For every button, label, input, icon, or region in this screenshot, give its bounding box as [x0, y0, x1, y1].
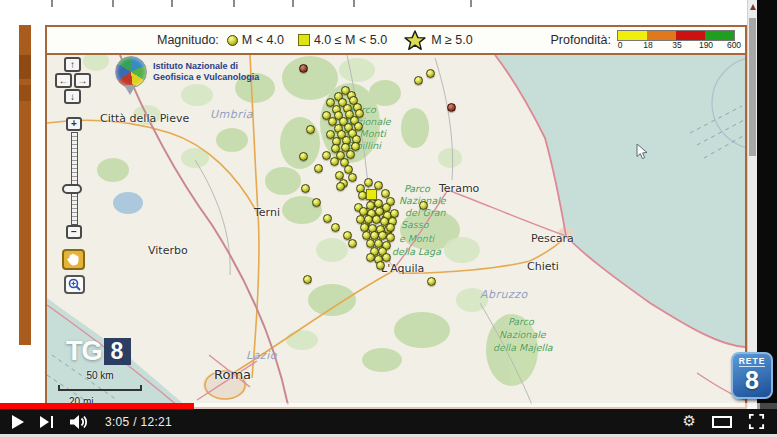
tab-tick — [470, 0, 472, 7]
ingv-name-line1: Istituto Nazionale di — [153, 61, 259, 72]
gear-icon: ⚙ — [683, 414, 696, 429]
earthquake-marker-small[interactable] — [322, 151, 331, 160]
browser-scrollbar[interactable] — [747, 0, 757, 409]
earthquake-marker-small[interactable] — [343, 231, 352, 240]
fullscreen-button[interactable] — [748, 413, 765, 430]
ingv-globe-stand — [124, 85, 136, 95]
depth-scale-segment — [705, 31, 734, 40]
hand-icon — [67, 253, 80, 266]
earthquake-marker-small[interactable] — [303, 275, 312, 284]
pan-down-button[interactable]: ↓ — [64, 89, 81, 104]
depth-scale-tick: 0 — [618, 40, 623, 50]
settings-button[interactable]: ⚙ — [683, 414, 696, 429]
earthquake-marker-small[interactable] — [427, 277, 436, 286]
sidebar-accent-bar — [19, 25, 31, 345]
tg8-text: TG — [66, 336, 102, 367]
pan-up-icon: ↑ — [70, 60, 75, 70]
tab-tick — [112, 0, 114, 7]
depth-label: Profondità: — [551, 33, 611, 47]
map-label: Roma — [214, 367, 251, 382]
map-label: Chieti — [527, 260, 559, 273]
earthquake-marker-small[interactable] — [331, 223, 340, 232]
volume-button[interactable] — [69, 414, 89, 430]
rete8-logo: RETE 8 — [731, 352, 773, 399]
depth-scale-segment — [676, 31, 705, 40]
zoom-out-button[interactable]: − — [66, 225, 82, 239]
play-button[interactable] — [12, 415, 24, 429]
earthquake-marker-small[interactable] — [348, 239, 357, 248]
tab-tick — [171, 0, 173, 7]
ingv-name: Istituto Nazionale di Geofisica e Vulcan… — [153, 61, 259, 83]
earthquake-marker-deep[interactable] — [447, 103, 456, 112]
pan-tool-button[interactable] — [62, 249, 85, 270]
map-label: della Majella — [493, 342, 553, 353]
map-area[interactable]: Città della PieveUmbriaTerniViterboLazio… — [47, 55, 745, 405]
pan-up-button[interactable]: ↑ — [64, 57, 81, 72]
zoom-in-button[interactable]: + — [66, 117, 82, 131]
pan-left-button[interactable]: ← — [55, 73, 72, 88]
earthquake-marker-small[interactable] — [414, 76, 423, 85]
theater-icon — [712, 416, 732, 428]
zoom-slider-handle[interactable] — [62, 184, 82, 194]
time-display: 3:05 / 12:21 — [105, 415, 172, 429]
earthquake-marker-small[interactable] — [346, 150, 355, 159]
earthquake-marker-small[interactable] — [348, 173, 357, 182]
next-icon — [40, 416, 49, 428]
scale-km-bar — [58, 385, 142, 391]
depth-scale: 01835190600 — [617, 27, 739, 53]
ingv-map-widget: Magnitudo: M < 4.0 4.0 ≤ M < 5.0 M ≥ 5.0… — [45, 25, 747, 409]
earthquake-marker-small[interactable] — [386, 223, 395, 232]
lake-bolsena — [113, 192, 143, 214]
earthquake-marker-small[interactable] — [301, 184, 310, 193]
magnitude-label: Magnitudo: — [157, 33, 219, 47]
earthquake-marker-small[interactable] — [364, 178, 373, 187]
pan-right-icon: → — [78, 76, 88, 86]
map-label: Terni — [254, 206, 280, 219]
depth-scale-tick: 18 — [643, 40, 652, 50]
rete8-digit: 8 — [745, 367, 759, 394]
legend-item-large: M ≥ 5.0 — [403, 29, 473, 51]
theater-mode-button[interactable] — [712, 416, 732, 428]
depth-scale-segment — [618, 31, 647, 40]
pan-left-icon: ← — [59, 76, 69, 86]
player-controls: 3:05 / 12:21 ⚙ — [0, 409, 777, 434]
pan-down-icon: ↓ — [70, 92, 75, 102]
magnitude-large-label: M ≥ 5.0 — [431, 33, 473, 47]
earthquake-marker-small[interactable] — [312, 198, 321, 207]
map-label: Parco — [508, 316, 534, 327]
next-button[interactable] — [40, 416, 53, 428]
pan-right-button[interactable]: → — [74, 73, 91, 88]
earthquake-marker-small[interactable] — [426, 69, 435, 78]
scrollbar-thumb[interactable] — [749, 18, 756, 156]
earthquake-marker-small[interactable] — [381, 189, 390, 198]
map-label: Pescara — [531, 232, 574, 245]
sidebar-accent-segment — [19, 55, 31, 79]
earthquake-marker-small[interactable] — [314, 164, 323, 173]
sidebar-accent-segment — [19, 85, 31, 101]
map-label: Parco — [404, 183, 430, 194]
ingv-logo: Istituto Nazionale di Geofisica e Vulcan… — [115, 56, 325, 100]
earthquake-marker-small[interactable] — [351, 142, 360, 151]
magnifier-plus-icon — [68, 278, 81, 291]
zoom-box-tool-button[interactable] — [64, 275, 85, 294]
map-label: Nazionale — [499, 329, 546, 340]
zoom-slider-track[interactable] — [71, 132, 78, 225]
earthquake-marker-small[interactable] — [376, 261, 385, 270]
magnitude-large-star-icon — [403, 29, 427, 51]
earthquake-marker-small[interactable] — [336, 182, 345, 191]
earthquake-marker-small[interactable] — [419, 201, 428, 210]
map-label: Viterbo — [148, 244, 188, 257]
scrollbar-up-arrow[interactable] — [750, 4, 756, 10]
earthquake-marker-moderate[interactable] — [366, 189, 377, 200]
earthquake-marker-small[interactable] — [306, 125, 315, 134]
map-label: Sasso — [401, 219, 429, 230]
earthquake-marker-small[interactable] — [366, 253, 375, 262]
earthquake-marker-small[interactable] — [299, 152, 308, 161]
map-label: Città della Pieve — [100, 112, 189, 125]
basemap[interactable] — [47, 55, 745, 405]
map-label: e Monti — [399, 233, 434, 244]
map-label: Umbria — [210, 108, 253, 121]
earthquake-marker-small[interactable] — [323, 214, 332, 223]
earthquake-marker-small[interactable] — [330, 157, 339, 166]
earthquake-marker-small[interactable] — [382, 253, 391, 262]
